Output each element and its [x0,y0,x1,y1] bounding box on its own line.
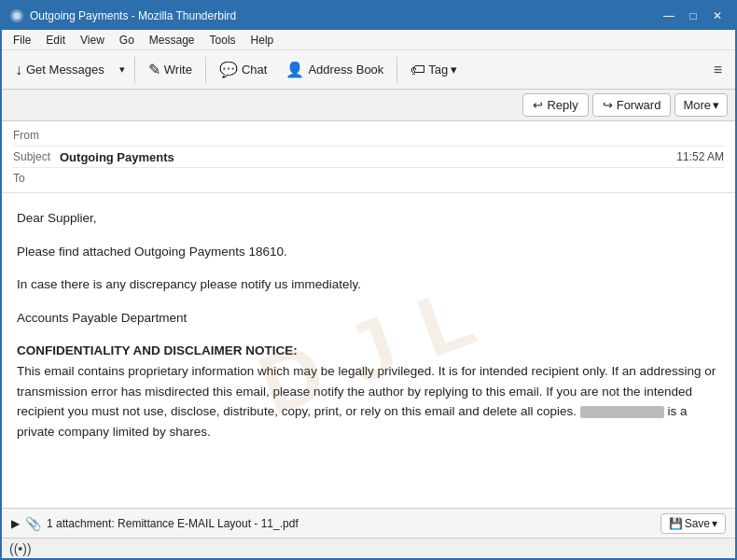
tag-button[interactable]: 🏷 Tag ▾ [403,58,465,82]
more-button[interactable]: More ▾ [674,93,728,117]
forward-label: Forward [617,98,661,112]
reply-icon: ↩ [533,98,543,112]
subject-value: Outgoing Payments [60,150,676,164]
attachment-expand-button[interactable]: ▶ [11,517,20,530]
attachment-count: 1 attachment: [47,517,115,530]
window-title: Outgoing Payments - Mozilla Thunderbird [30,9,659,22]
greeting: Dear Supplier, [17,208,720,229]
expand-arrow-icon: ▶ [11,517,20,530]
save-label: Save [685,517,710,530]
body-line2: In case there is any discrepancy please … [17,274,720,295]
reply-button[interactable]: ↩ Reply [522,93,588,117]
chat-button[interactable]: 💬 Chat [212,57,274,82]
reply-label: Reply [547,98,577,112]
write-label: Write [164,63,192,77]
tag-dropdown-icon: ▾ [451,63,457,77]
status-bar: ((•)) [2,538,735,558]
from-row: From [13,125,724,146]
menu-view[interactable]: View [73,32,112,49]
get-messages-button[interactable]: ↓ Get Messages [7,58,112,82]
save-icon: 💾 [669,517,683,530]
subject-row: Subject Outgoing Payments 11:52 AM [13,147,724,167]
tag-icon: 🏷 [410,62,425,78]
menu-file[interactable]: File [6,32,38,49]
save-button[interactable]: 💾 Save ▾ [661,513,726,534]
save-dropdown-icon: ▾ [712,517,717,530]
address-book-button[interactable]: 👤 Address Book [278,57,391,82]
toolbar-divider-3 [396,57,397,83]
get-messages-icon: ↓ [15,62,22,78]
paperclip-icon: 📎 [25,516,41,531]
get-messages-dropdown[interactable]: ▾ [116,60,129,79]
confidentiality-section: CONFIDENTIALITY AND DISCLAIMER NOTICE: T… [17,341,720,441]
email-time: 11:52 AM [676,150,724,163]
menu-help[interactable]: Help [243,32,282,49]
title-bar: Outgoing Payments - Mozilla Thunderbird … [2,2,735,30]
get-messages-label: Get Messages [26,63,104,77]
menu-tools[interactable]: Tools [202,32,243,49]
toolbar-divider-1 [134,57,135,83]
to-label: To [13,172,60,185]
write-button[interactable]: ✎ Write [141,57,200,82]
tag-label: Tag [428,63,448,77]
forward-icon: ↪ [603,98,613,112]
more-dropdown-icon: ▾ [713,98,719,112]
body-line3: Accounts Payable Department [17,308,720,329]
email-header: From Subject Outgoing Payments 11:52 AM … [2,121,735,193]
write-icon: ✎ [148,61,160,78]
address-book-icon: 👤 [285,61,304,78]
address-book-label: Address Book [308,63,383,77]
app-icon [9,8,24,23]
svg-point-1 [13,12,21,20]
chat-label: Chat [242,63,267,77]
forward-button[interactable]: ↪ Forward [592,93,672,117]
more-label: More [683,98,711,112]
status-icon: ((•)) [9,541,32,556]
toolbar-divider-2 [205,57,206,83]
window-controls: — □ ✕ [659,7,728,24]
attachment-filename: Remittance E-MAIL Layout - 11_.pdf [118,517,299,530]
main-window: Outgoing Payments - Mozilla Thunderbird … [0,0,737,560]
minimize-button[interactable]: — [659,7,679,24]
from-label: From [13,129,60,142]
body-line1: Please find attached Outgoing Payments 1… [17,242,720,262]
maximize-button[interactable]: □ [683,7,703,24]
attachment-info: 1 attachment: Remittance E-MAIL Layout -… [47,517,655,530]
hamburger-menu-button[interactable]: ≡ [706,58,730,82]
subject-label: Subject [13,150,60,163]
company-name-blurred [580,406,664,418]
to-row: To [13,168,724,189]
toolbar: ↓ Get Messages ▾ ✎ Write 💬 Chat 👤 Addres… [2,50,735,90]
menu-message[interactable]: Message [142,32,202,49]
email-body-text: Dear Supplier, Please find attached Outg… [17,208,720,441]
confidentiality-header: CONFIDENTIALITY AND DISCLAIMER NOTICE: [17,343,298,357]
menu-go[interactable]: Go [112,32,142,49]
close-button[interactable]: ✕ [707,7,728,24]
menu-edit[interactable]: Edit [38,32,73,49]
chat-icon: 💬 [219,61,238,78]
email-body: D J L Dear Supplier, Please find attache… [2,193,735,508]
action-bar: ↩ Reply ↪ Forward More ▾ [2,90,735,121]
menu-bar: File Edit View Go Message Tools Help [2,30,735,50]
attachment-bar: ▶ 📎 1 attachment: Remittance E-MAIL Layo… [2,508,735,538]
